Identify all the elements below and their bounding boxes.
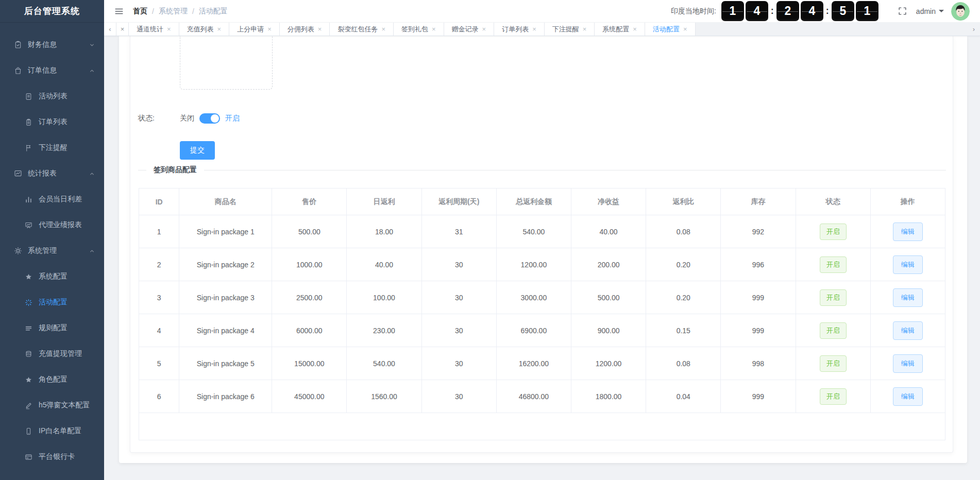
clock-digit: 1: [721, 1, 744, 21]
sidebar-group-system[interactable]: 系统管理: [0, 238, 104, 264]
tab-system-config[interactable]: 系统配置×: [595, 23, 645, 36]
column-header: 总返利金额: [496, 188, 571, 215]
sidebar-group-reports[interactable]: 统计报表: [0, 161, 104, 186]
clock-digit: 5: [832, 1, 854, 21]
image-upload-box[interactable]: [180, 36, 273, 90]
gear-icon: [14, 247, 22, 255]
close-icon[interactable]: ×: [532, 26, 536, 32]
sidebar-item-activity-list[interactable]: 活动列表: [0, 83, 104, 109]
sidebar-item-member-daily-spread[interactable]: 会员当日利差: [0, 186, 104, 212]
signin-products-table: ID 商品名 售价 日返利 返利周期(天) 总返利金额 净收益 返利比 库存 状…: [139, 188, 945, 440]
close-icon[interactable]: ×: [318, 26, 322, 32]
tab-order-list[interactable]: 订单列表×: [494, 23, 545, 36]
sidebar-item-label: IP白名单配置: [39, 426, 81, 436]
toggle-on-label: 开启: [225, 114, 240, 123]
caret-down-icon: [939, 10, 944, 12]
sidebar-group-orders[interactable]: 订单信息: [0, 58, 104, 83]
sidebar-group-label: 财务信息: [28, 40, 57, 49]
sidebar: 后台管理系统 财务信息 订单信息 活动列表: [0, 0, 104, 480]
tab-recharge-list[interactable]: 充值列表×: [179, 23, 230, 36]
edit-button[interactable]: 编辑: [893, 387, 923, 406]
clock-digit: 1: [856, 1, 878, 21]
cell-id: 3: [139, 281, 179, 314]
tab-red-packet-task[interactable]: 裂变红包任务×: [330, 23, 394, 36]
sidebar-item-agent-performance[interactable]: 代理业绩报表: [0, 212, 104, 238]
close-icon[interactable]: ×: [683, 26, 687, 32]
edit-button[interactable]: 编辑: [893, 222, 923, 241]
tab-bet-reminder[interactable]: 下注提醒×: [545, 23, 595, 36]
close-icon[interactable]: ×: [482, 26, 486, 32]
edit-button[interactable]: 编辑: [893, 354, 923, 373]
edit-button[interactable]: 编辑: [893, 288, 923, 307]
flag-icon: [25, 144, 33, 152]
cell-price: 15000.00: [272, 347, 347, 380]
sidebar-item-recharge-withdraw[interactable]: 充值提现管理: [0, 341, 104, 367]
clipboard-check-icon: [14, 41, 22, 49]
tab-activity-config[interactable]: 活动配置×: [645, 23, 696, 36]
close-icon[interactable]: ×: [381, 26, 385, 32]
clock-colon: :: [826, 6, 829, 16]
sidebar-group-finance[interactable]: 财务信息: [0, 32, 104, 58]
close-icon[interactable]: ×: [167, 26, 171, 32]
clock-digit: 2: [776, 1, 799, 21]
document-icon: [25, 92, 33, 100]
status-badge: 开启: [820, 388, 847, 405]
breadcrumb-system[interactable]: 系统管理: [159, 7, 188, 16]
user-menu[interactable]: admin: [916, 7, 944, 15]
tab-bonus-records[interactable]: 赠金记录×: [444, 23, 495, 36]
star-icon: [25, 375, 33, 384]
sidebar-item-platform-bank-card[interactable]: 平台银行卡: [0, 444, 104, 470]
status-form-row: 状态: 关闭 开启: [138, 113, 240, 124]
table-row: 1 Sign-in package 1 500.00 18.00 31 540.…: [139, 215, 945, 248]
sidebar-item-bet-reminder[interactable]: 下注提醒: [0, 135, 104, 161]
cell-daily-rebate: 230.00: [347, 314, 421, 347]
close-icon[interactable]: ×: [633, 26, 637, 32]
app-title: 后台管理系统: [0, 0, 104, 23]
submit-button[interactable]: 提交: [180, 141, 215, 160]
sidebar-item-rules-config[interactable]: 规则配置: [0, 315, 104, 341]
tabs-scroll-right-button[interactable]: ›: [968, 23, 980, 35]
divider-line-right: [204, 170, 946, 170]
cell-total-rebate: 6900.00: [496, 314, 571, 347]
cell-total-rebate: 540.00: [496, 215, 571, 248]
cell-name: Sign-in package 6: [179, 380, 272, 413]
close-icon[interactable]: ×: [432, 26, 436, 32]
tab-signin-gift[interactable]: 签到礼包×: [394, 23, 444, 36]
cell-stock: 992: [721, 215, 796, 248]
menu-fold-icon[interactable]: [114, 7, 124, 16]
sidebar-item-role-config[interactable]: 角色配置: [0, 367, 104, 392]
sidebar-item-h5-popup-text[interactable]: h5弹窗文本配置: [0, 392, 104, 418]
sidebar-item-label: h5弹窗文本配置: [39, 401, 90, 410]
status-toggle[interactable]: [199, 113, 220, 124]
fullscreen-icon[interactable]: [898, 7, 907, 15]
cell-total-rebate: 3000.00: [496, 281, 571, 314]
tab-commission-list[interactable]: 分佣列表×: [280, 23, 330, 36]
cell-name: Sign-in package 5: [179, 347, 272, 380]
edit-button[interactable]: 编辑: [893, 255, 923, 274]
table-row: 2 Sign-in package 2 1000.00 40.00 30 120…: [139, 248, 945, 281]
avatar[interactable]: [951, 2, 970, 21]
clock-digit: 4: [746, 1, 768, 21]
close-icon[interactable]: ×: [583, 26, 587, 32]
sidebar-item-label: 规则配置: [39, 323, 67, 333]
sidebar-item-ip-whitelist[interactable]: IP白名单配置: [0, 418, 104, 444]
username: admin: [916, 7, 936, 15]
status-badge: 开启: [820, 256, 847, 273]
edit-button[interactable]: 编辑: [893, 321, 923, 340]
sidebar-item-activity-config[interactable]: 活动配置: [0, 289, 104, 315]
column-header: 商品名: [179, 188, 272, 215]
tabs-close-all-button[interactable]: ×: [116, 23, 129, 36]
status-badge: 开启: [820, 355, 847, 372]
close-icon[interactable]: ×: [267, 26, 272, 32]
clipboard-icon: [25, 118, 33, 126]
close-icon[interactable]: ×: [217, 26, 222, 32]
top-header: 首页 / 系统管理 / 活动配置 印度当地时间: 1 4 : 2 4 : 5 1…: [104, 0, 980, 23]
sidebar-item-order-list[interactable]: 订单列表: [0, 109, 104, 135]
tab-channel-stats[interactable]: 通道统计×: [129, 23, 179, 36]
sidebar-item-system-config[interactable]: 系统配置: [0, 264, 104, 289]
breadcrumb-home[interactable]: 首页: [133, 7, 147, 16]
cell-stock: 999: [721, 281, 796, 314]
cell-price: 45000.00: [272, 380, 347, 413]
tabs-scroll-left-button[interactable]: ‹: [104, 23, 116, 36]
tab-score-request[interactable]: 上分申请×: [229, 23, 280, 36]
